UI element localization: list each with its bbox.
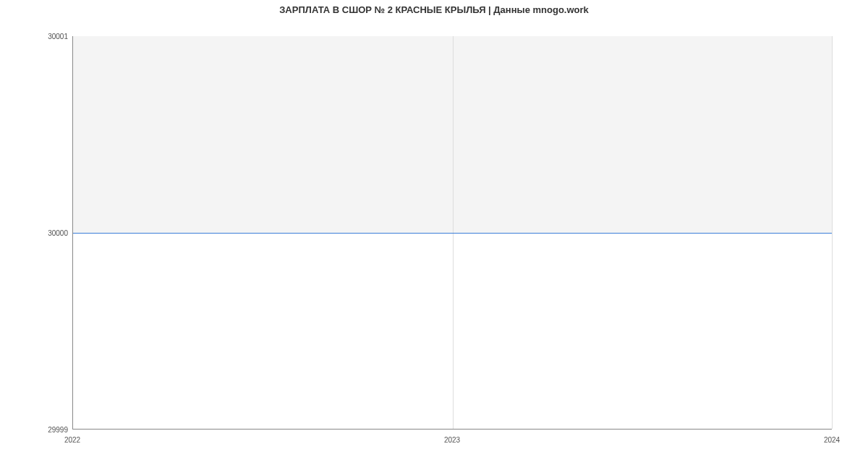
x-tick-label: 2023 [444, 436, 460, 444]
plot-area [72, 36, 832, 430]
y-tick-label: 30001 [48, 33, 68, 40]
chart-title: ЗАРПЛАТА В СШОР № 2 КРАСНЫЕ КРЫЛЬЯ | Дан… [0, 4, 868, 15]
x-tick-label: 2024 [824, 436, 840, 444]
x-tick-label: 2022 [64, 436, 80, 444]
y-tick-label: 29999 [48, 426, 68, 434]
y-tick-label: 30000 [48, 229, 68, 237]
chart-container: ЗАРПЛАТА В СШОР № 2 КРАСНЫЕ КРЫЛЬЯ | Дан… [0, 0, 868, 470]
series-line [73, 233, 832, 234]
gridline-2024 [832, 36, 833, 429]
